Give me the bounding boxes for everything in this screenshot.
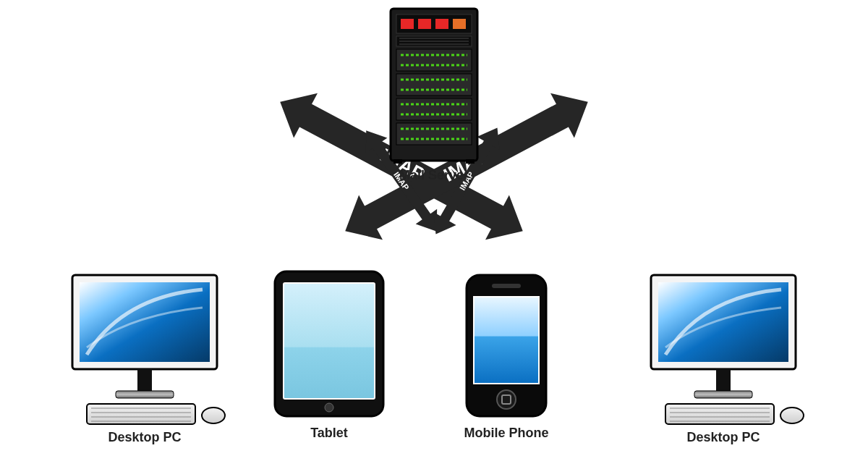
svg-rect-4 [435, 19, 448, 29]
desktop-pc-left-label: Desktop PC [108, 430, 181, 445]
desktop-pc-right-icon [651, 275, 804, 424]
svg-rect-3 [418, 19, 431, 29]
svg-rect-49 [492, 284, 521, 288]
svg-rect-45 [284, 283, 375, 399]
svg-rect-35 [658, 282, 788, 362]
diagram-canvas: IMAP IMAP IMAP IMAP [0, 0, 868, 456]
diagram-stage: IMAP IMAP IMAP IMAP [0, 0, 868, 456]
mail-server-label: Mail Server [399, 168, 469, 183]
svg-rect-11 [396, 74, 472, 96]
mail-server-icon [391, 9, 477, 164]
tablet-icon [275, 271, 383, 416]
svg-point-43 [780, 408, 804, 423]
svg-rect-22 [393, 159, 402, 164]
svg-rect-26 [137, 369, 152, 391]
mobile-phone-label: Mobile Phone [464, 426, 549, 441]
svg-rect-13 [396, 123, 472, 145]
svg-rect-5 [453, 19, 466, 29]
svg-rect-10 [396, 49, 472, 71]
svg-point-46 [325, 403, 333, 412]
svg-rect-36 [716, 369, 731, 391]
svg-point-33 [202, 408, 225, 423]
svg-rect-23 [466, 159, 475, 164]
svg-rect-27 [116, 391, 174, 398]
svg-point-50 [497, 390, 516, 409]
desktop-pc-left-icon [72, 275, 225, 424]
desktop-pc-right-label: Desktop PC [686, 430, 760, 445]
svg-rect-25 [80, 282, 210, 362]
svg-rect-37 [694, 391, 752, 398]
svg-rect-48 [474, 297, 539, 384]
svg-rect-2 [401, 19, 414, 29]
tablet-label: Tablet [310, 426, 348, 441]
mobile-phone-icon [467, 275, 546, 416]
svg-rect-12 [396, 98, 472, 120]
